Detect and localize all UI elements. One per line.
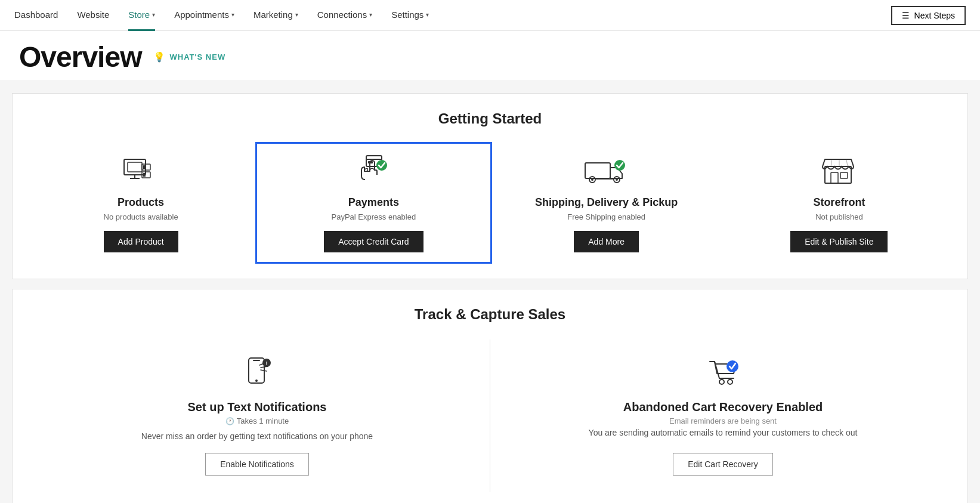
text-notifications-title: Set up Text Notifications: [188, 400, 327, 414]
products-icon: [117, 153, 165, 189]
cart-recovery-title: Abandoned Cart Recovery Enabled: [623, 400, 823, 414]
getting-started-section: Getting Started: [12, 93, 968, 279]
svg-point-27: [255, 379, 258, 382]
text-notifications-desc: Never miss an order by getting text noti…: [141, 431, 373, 441]
getting-started-cards: Products No products available Add Produ…: [24, 144, 956, 262]
cart-recovery-desc: You are sending automatic emails to remi…: [589, 428, 858, 437]
page-header: Overview 💡 WHAT'S NEW: [0, 31, 980, 81]
page-title: Overview: [19, 41, 141, 73]
payments-card-subtitle: PayPal Express enabled: [332, 212, 416, 221]
svg-rect-5: [143, 165, 146, 169]
svg-rect-10: [368, 161, 373, 163]
svg-point-11: [376, 160, 387, 171]
enable-notifications-button[interactable]: Enable Notifications: [205, 453, 309, 476]
svg-rect-7: [143, 173, 146, 177]
shipping-card: Shipping, Delivery & Pickup Free Shippin…: [490, 144, 723, 262]
svg-rect-20: [831, 172, 838, 183]
edit-publish-site-button[interactable]: Edit & Publish Site: [790, 231, 888, 252]
svg-rect-1: [128, 162, 142, 172]
svg-point-30: [719, 379, 724, 384]
getting-started-title: Getting Started: [24, 110, 956, 127]
nav-item-dashboard[interactable]: Dashboard: [14, 0, 58, 31]
nav-bar: Dashboard Website Store ▾ Appointments ▾…: [0, 0, 980, 31]
add-more-button[interactable]: Add More: [574, 231, 639, 252]
nav-item-website[interactable]: Website: [77, 0, 109, 31]
storefront-icon: [815, 153, 863, 189]
chevron-down-icon: ▾: [369, 11, 372, 18]
text-notifications-card: ! Set up Text Notifications 🕐 Takes 1 mi…: [24, 340, 490, 492]
svg-rect-12: [585, 163, 610, 178]
storefront-card-subtitle: Not published: [815, 212, 863, 221]
clock-icon: 🕐: [225, 417, 234, 425]
shipping-card-title: Shipping, Delivery & Pickup: [535, 196, 678, 209]
cart-recovery-icon: [702, 351, 744, 393]
text-notifications-time: 🕐 Takes 1 minute: [225, 416, 289, 425]
whats-new-button[interactable]: 💡 WHAT'S NEW: [153, 51, 225, 63]
payments-icon: [350, 153, 397, 189]
track-capture-section: Track & Capture Sales: [12, 289, 968, 503]
nav-item-store[interactable]: Store ▾: [128, 0, 155, 31]
track-capture-title: Track & Capture Sales: [24, 306, 956, 323]
svg-line-22: [831, 159, 832, 166]
storefront-card: Storefront Not published Edit & Publish …: [723, 144, 956, 262]
shipping-card-subtitle: Free Shipping enabled: [567, 212, 645, 221]
cart-recovery-card: Abandoned Cart Recovery Enabled Email re…: [490, 340, 956, 492]
nav-item-settings[interactable]: Settings ▾: [391, 0, 429, 31]
products-card-title: Products: [118, 196, 164, 209]
svg-point-14: [591, 178, 593, 181]
track-capture-cards: ! Set up Text Notifications 🕐 Takes 1 mi…: [24, 340, 956, 492]
products-card: Products No products available Add Produ…: [24, 144, 257, 262]
svg-rect-21: [840, 172, 848, 178]
nav-item-connections[interactable]: Connections ▾: [317, 0, 372, 31]
chevron-down-icon: ▾: [152, 11, 155, 18]
nav-items: Dashboard Website Store ▾ Appointments ▾…: [14, 0, 429, 31]
products-card-subtitle: No products available: [104, 212, 178, 221]
accept-credit-card-button[interactable]: Accept Credit Card: [324, 231, 423, 252]
main-content: Getting Started: [0, 81, 980, 503]
storefront-card-title: Storefront: [813, 196, 865, 209]
svg-point-31: [728, 379, 732, 384]
svg-line-24: [846, 159, 848, 166]
svg-point-18: [614, 160, 625, 171]
chevron-down-icon: ▾: [295, 11, 298, 18]
bulb-icon: 💡: [153, 51, 166, 63]
list-icon: ☰: [902, 11, 910, 20]
svg-text:!: !: [266, 360, 268, 366]
chevron-down-icon: ▾: [231, 11, 234, 18]
nav-item-appointments[interactable]: Appointments ▾: [174, 0, 234, 31]
cart-recovery-subtitle: Email reminders are being sent: [669, 416, 777, 425]
edit-cart-recovery-button[interactable]: Edit Cart Recovery: [673, 453, 772, 476]
payments-card: Payments PayPal Express enabled Accept C…: [255, 142, 491, 264]
shipping-icon: [583, 153, 630, 189]
add-product-button[interactable]: Add Product: [104, 231, 178, 252]
payments-card-title: Payments: [348, 196, 399, 209]
chevron-down-icon: ▾: [426, 11, 429, 18]
svg-point-16: [616, 178, 618, 181]
nav-item-marketing[interactable]: Marketing ▾: [253, 0, 298, 31]
next-steps-button[interactable]: ☰ Next Steps: [891, 6, 966, 25]
text-notifications-icon: !: [236, 351, 278, 393]
